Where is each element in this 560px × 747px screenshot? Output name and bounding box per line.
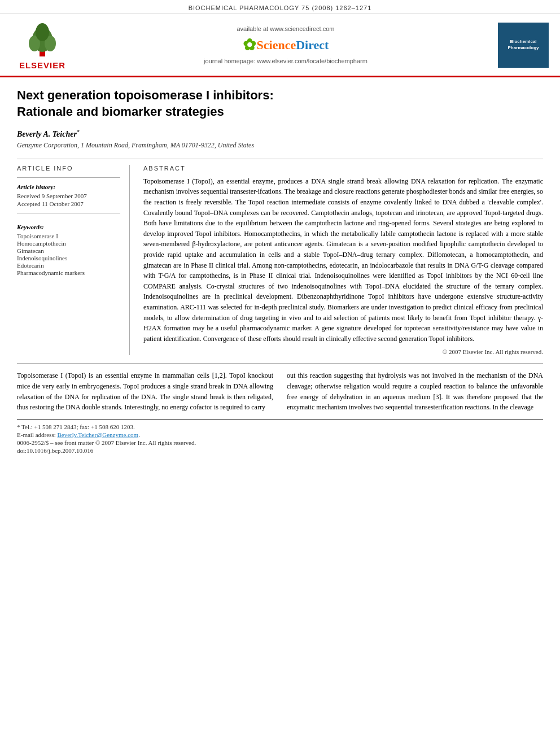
accepted-date: Accepted 11 October 2007 (17, 200, 120, 207)
sd-leaf-icon: ✿ (243, 36, 256, 54)
keywords-section: Keywords: Topoisomerase I Homocamptothec… (17, 224, 120, 276)
elsevier-logo: ELSEVIER (11, 20, 73, 70)
journal-cover: BiochemicalPharmacology (498, 23, 549, 68)
body-col-right: out this reaction suggesting that hydrol… (287, 370, 543, 412)
body-col-left: Topoisomerase I (TopoI) is an essential … (17, 370, 273, 412)
article-title: Next generation topoisomerase I inhibito… (17, 88, 543, 120)
elsevier-brand-text: ELSEVIER (19, 60, 65, 70)
keyword-3: Gimatecan (17, 247, 120, 254)
abstract-text: Topoisomerase I (TopoI), an essential en… (143, 176, 543, 344)
footnotes-section: * Tel.: +1 508 271 2843; fax: +1 508 620… (17, 420, 543, 454)
homepage-text: journal homepage: www.elsevier.com/locat… (73, 58, 498, 64)
banner-row: ELSEVIER available at www.sciencedirect.… (0, 14, 560, 77)
copyright-line: © 2007 Elsevier Inc. All rights reserved… (143, 348, 543, 355)
keyword-2: Homocamptothecin (17, 240, 120, 247)
sd-science-text: Science (257, 38, 296, 53)
abstract-column: ABSTRACT Topoisomerase I (TopoI), an ess… (143, 165, 543, 356)
abstract-heading: ABSTRACT (143, 165, 543, 172)
author-name: Beverly A. Teicher* (17, 129, 543, 139)
footnote-4: doi:10.1016/j.bcp.2007.10.016 (17, 447, 543, 454)
center-banner: available at www.sciencedirect.com ✿ Sci… (73, 25, 498, 64)
keyword-5: Edotecarin (17, 262, 120, 269)
journal-header: BIOCHEMICAL PHARMACOLOGY 75 (2008) 1262–… (0, 0, 560, 14)
body-section: Topoisomerase I (TopoI) is an essential … (17, 363, 543, 412)
affiliation: Genzyme Corporation, 1 Mountain Road, Fr… (17, 141, 543, 150)
article-info-heading: ARTICLE INFO (17, 165, 120, 172)
divider (17, 177, 120, 178)
email-link[interactable]: Beverly.Teicher@Genzyme.com (57, 431, 138, 438)
keyword-1: Topoisomerase I (17, 233, 120, 239)
received-date: Received 9 September 2007 (17, 193, 120, 199)
main-content: Next generation topoisomerase I inhibito… (0, 77, 560, 466)
svg-point-4 (36, 23, 49, 41)
keyword-6: Pharmacodynamic markers (17, 269, 120, 276)
footnote-2: E-mail address: Beverly.Teicher@Genzyme.… (17, 431, 543, 438)
article-history-label: Article history: (17, 184, 120, 190)
keyword-4: Indenoisoquinolines (17, 255, 120, 261)
footnote-3: 0006-2952/$ – see front matter © 2007 El… (17, 439, 543, 446)
sd-direct-text: Direct (296, 38, 329, 53)
footnote-1: * Tel.: +1 508 271 2843; fax: +1 508 620… (17, 423, 543, 430)
article-info-abstract-section: ARTICLE INFO Article history: Received 9… (17, 159, 543, 356)
keywords-label: Keywords: (17, 224, 120, 230)
journal-cover-title: BiochemicalPharmacology (508, 39, 539, 51)
sciencedirect-logo: ✿ ScienceDirect (243, 36, 329, 54)
divider-2 (17, 213, 120, 213)
body-two-col: Topoisomerase I (TopoI) is an essential … (17, 370, 543, 412)
author-footnote-marker: * (77, 129, 80, 134)
article-info-column: ARTICLE INFO Article history: Received 9… (17, 165, 130, 356)
elsevier-tree-icon (20, 20, 65, 59)
available-text: available at www.sciencedirect.com (73, 25, 498, 32)
